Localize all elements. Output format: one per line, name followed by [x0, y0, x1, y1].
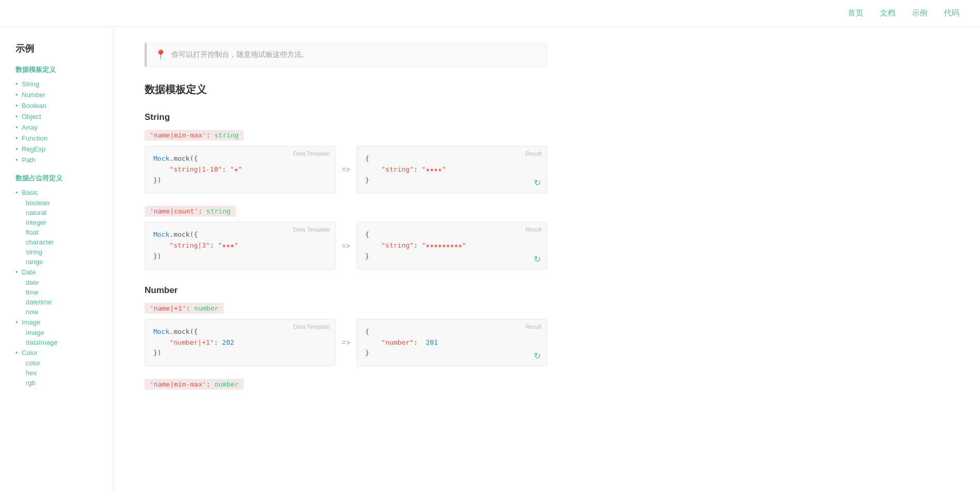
- template-code-1: Mock.mock({ "string|1-10": "★" }): [153, 153, 327, 186]
- sidebar-sub-time[interactable]: time: [15, 287, 103, 297]
- sidebar-item-date[interactable]: Date: [15, 267, 103, 278]
- sidebar-sub-datetime[interactable]: datetime: [15, 297, 103, 307]
- result-label-1: Result: [526, 150, 542, 157]
- sidebar-sub-color[interactable]: color: [15, 358, 103, 368]
- number-demo-1: Data Template Mock.mock({ "number|+1": 2…: [145, 319, 547, 366]
- sidebar-section-data-template: 数据模板定义: [15, 65, 103, 74]
- number-section: Number 'name|+1': number Data Template M…: [145, 285, 547, 395]
- result-label-2: Result: [526, 226, 542, 233]
- number-template-label-1: Data Template: [293, 324, 330, 330]
- number-result-label-1: Result: [526, 324, 542, 330]
- number-result-code-1: { "number": 201 }: [365, 327, 539, 359]
- sidebar-item-path[interactable]: Path: [15, 155, 103, 165]
- sidebar-sub-image[interactable]: image: [15, 328, 103, 337]
- page-layout: 示例 数据模板定义 String Number Boolean Object A…: [0, 27, 980, 492]
- refresh-icon-3[interactable]: ↻: [534, 351, 541, 361]
- sidebar-item-object[interactable]: Object: [15, 111, 103, 122]
- sidebar-sub-now[interactable]: now: [15, 307, 103, 317]
- number-section-title: Number: [145, 285, 547, 296]
- template-label-1: Data Template: [293, 150, 330, 157]
- number-tag-1: 'name|+1': number: [145, 303, 224, 314]
- sidebar-sub-integer[interactable]: integer: [15, 218, 103, 227]
- main-content: 📍 你可以打开控制台，随意地试验这些方法。 数据模板定义 String 'nam…: [114, 27, 578, 492]
- template-code-2: Mock.mock({ "string|3": "★★★" }): [153, 229, 327, 262]
- string-demo-1: Data Template Mock.mock({ "string|1-10":…: [145, 146, 547, 193]
- sidebar-item-number[interactable]: Number: [15, 89, 103, 100]
- sidebar-item-basic[interactable]: Basic: [15, 187, 103, 198]
- sidebar-sub-boolean[interactable]: boolean: [15, 198, 103, 208]
- number-template-panel-1: Data Template Mock.mock({ "number|+1": 2…: [145, 319, 336, 366]
- nav-code[interactable]: 代码: [944, 8, 959, 18]
- sidebar-item-array[interactable]: Array: [15, 122, 103, 133]
- string-tag-1: 'name|min-max': string: [145, 130, 244, 141]
- sidebar-item-regexp[interactable]: RegExp: [15, 144, 103, 155]
- sidebar-item-function[interactable]: Function: [15, 133, 103, 144]
- sidebar-sub-hex[interactable]: hex: [15, 368, 103, 378]
- sidebar-item-image[interactable]: Image: [15, 317, 103, 328]
- string-demo-2: Data Template Mock.mock({ "string|3": "★…: [145, 222, 547, 269]
- arrow-1: =>: [336, 146, 356, 193]
- string-tag-2: 'name|count': string: [145, 206, 236, 217]
- string-template-panel-1: Data Template Mock.mock({ "string|1-10":…: [145, 146, 336, 193]
- string-result-panel-1: Result { "string": "★★★★" } ↻: [356, 146, 547, 193]
- number-arrow-1: =>: [336, 319, 356, 366]
- number-template-code-1: Mock.mock({ "number|+1": 202 }): [153, 327, 327, 359]
- number-result-panel-1: Result { "number": 201 } ↻: [356, 319, 547, 366]
- header: 首页 文档 示例 代码: [0, 0, 980, 27]
- nav-docs[interactable]: 文档: [880, 8, 895, 18]
- string-result-panel-2: Result { "string": "★★★★★★★★★" } ↻: [356, 222, 547, 269]
- sidebar-sub-natural[interactable]: natural: [15, 208, 103, 218]
- sidebar-sub-float[interactable]: float: [15, 227, 103, 237]
- sidebar-sub-date[interactable]: date: [15, 278, 103, 287]
- refresh-icon-2[interactable]: ↻: [534, 254, 541, 264]
- sidebar-section-placeholder: 数据占位符定义: [15, 174, 103, 183]
- header-nav: 首页 文档 示例 代码: [848, 8, 959, 18]
- sidebar-item-boolean[interactable]: Boolean: [15, 100, 103, 111]
- sidebar-sub-rgb[interactable]: rgb: [15, 378, 103, 388]
- section-main-title: 数据模板定义: [145, 83, 547, 97]
- tip-box: 📍 你可以打开控制台，随意地试验这些方法。: [145, 42, 547, 67]
- result-code-1: { "string": "★★★★" }: [365, 153, 539, 186]
- sidebar-sub-dataimage[interactable]: dataImage: [15, 337, 103, 347]
- tip-icon: 📍: [155, 49, 166, 60]
- nav-home[interactable]: 首页: [848, 8, 863, 18]
- tip-text: 你可以打开控制台，随意地试验这些方法。: [171, 50, 309, 59]
- sidebar-sub-range[interactable]: range: [15, 257, 103, 267]
- sidebar: 示例 数据模板定义 String Number Boolean Object A…: [0, 27, 114, 492]
- sidebar-title: 示例: [15, 42, 103, 55]
- sidebar-item-string[interactable]: String: [15, 79, 103, 89]
- arrow-2: =>: [336, 222, 356, 269]
- nav-examples[interactable]: 示例: [912, 8, 927, 18]
- string-template-panel-2: Data Template Mock.mock({ "string|3": "★…: [145, 222, 336, 269]
- template-label-2: Data Template: [293, 226, 330, 233]
- number-tag-2: 'name|min-max': number: [145, 379, 244, 390]
- refresh-icon-1[interactable]: ↻: [534, 178, 541, 188]
- result-code-2: { "string": "★★★★★★★★★" }: [365, 229, 539, 262]
- sidebar-item-color[interactable]: Color: [15, 347, 103, 358]
- string-section-title: String: [145, 112, 547, 122]
- sidebar-sub-character[interactable]: character: [15, 237, 103, 247]
- sidebar-sub-string[interactable]: string: [15, 247, 103, 257]
